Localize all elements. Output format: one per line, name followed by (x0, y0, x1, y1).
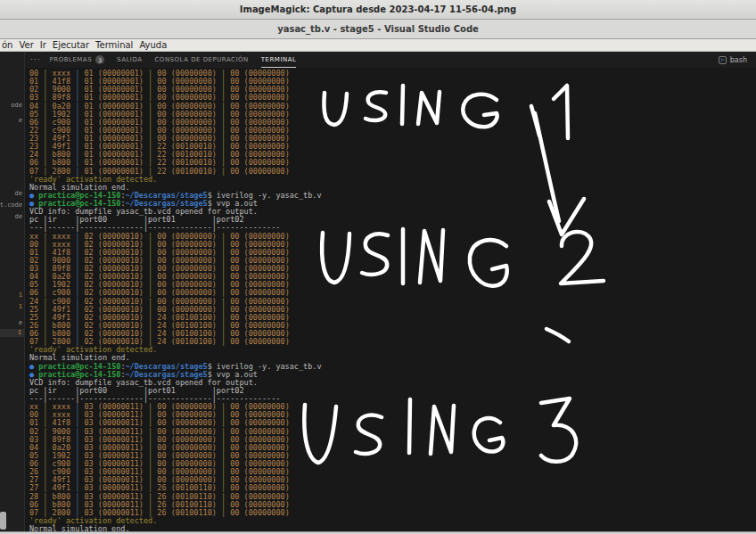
text-fragment: e (19, 319, 22, 327)
tab-salida[interactable]: SALIDA (117, 52, 142, 68)
panel-tab-bar: ··· PROBLEMAS3SALIDACONSOLA DE DEPURACIÓ… (25, 52, 756, 68)
shell-selector[interactable]: > bash (719, 56, 756, 64)
terminal-line: 'ready' activation detected. (29, 346, 756, 354)
terminal-line: 'ready' activation detected. (29, 517, 756, 525)
text-fragment: 1 (0, 329, 24, 337)
scrollbar-thumb[interactable] (0, 512, 6, 530)
terminal-icon: > (719, 56, 727, 64)
menu-item-ón[interactable]: ón (2, 40, 12, 50)
tab-label: SALIDA (117, 56, 142, 63)
menu-item-ejecutar[interactable]: Ejecutar (53, 40, 89, 50)
text-fragment: 1 (19, 292, 22, 300)
menubar: ónVerIrEjecutarTerminalAyuda (0, 39, 756, 52)
menu-item-ver[interactable]: Ver (19, 40, 33, 50)
tab-label: PROBLEMAS (50, 56, 93, 63)
text-fragment: de (15, 213, 22, 221)
terminal-line: 'ready' activation detected. (29, 176, 756, 184)
panel: ··· PROBLEMAS3SALIDACONSOLA DE DEPURACIÓ… (25, 52, 756, 531)
screen: ImageMagick: Captura desde 2023-04-17 11… (0, 0, 756, 534)
tab-label: CONSOLA DE DEPURACIÓN (154, 56, 248, 63)
text-fragment: st.code (0, 201, 22, 209)
tab-problemas[interactable]: PROBLEMAS3 (50, 52, 105, 68)
tab-label: TERMINAL (261, 56, 297, 63)
menu-item-ayuda[interactable]: Ayuda (139, 40, 167, 50)
menu-item-ir[interactable]: Ir (40, 40, 46, 50)
vscode-window-title: yasac_tb.v - stage5 - Visual Studio Code (277, 24, 479, 34)
shell-label: bash (730, 56, 747, 64)
terminal-line: Normal simulation end. (29, 525, 756, 531)
problems-badge: 3 (95, 55, 104, 64)
text-fragment: ode (11, 102, 22, 110)
workbench: odeedest.codede11e1 ··· PROBLEMAS3SALIDA… (0, 52, 756, 531)
panel-tabs-container: PROBLEMAS3SALIDACONSOLA DE DEPURACIÓNTER… (50, 52, 309, 68)
tab-terminal[interactable]: TERMINAL (261, 52, 297, 68)
terminal-output[interactable]: 00 | xxxx | 01 (00000001) | 00 (00000000… (25, 68, 756, 531)
overflow-ellipsis-icon[interactable]: ··· (30, 55, 41, 64)
vscode-titlebar: yasac_tb.v - stage5 - Visual Studio Code (0, 20, 756, 39)
imagemagick-window-title: ImageMagick: Captura desde 2023-04-17 11… (240, 4, 517, 14)
imagemagick-titlebar: ImageMagick: Captura desde 2023-04-17 11… (0, 0, 756, 20)
menu-item-terminal[interactable]: Terminal (95, 40, 133, 50)
text-fragment: 1 (19, 303, 22, 311)
text-fragment: de (15, 190, 22, 198)
editor-left-strip: odeedest.codede11e1 (0, 52, 25, 531)
text-fragment: e (19, 117, 22, 125)
tab-consola-de-depuraci-n[interactable]: CONSOLA DE DEPURACIÓN (154, 52, 248, 68)
